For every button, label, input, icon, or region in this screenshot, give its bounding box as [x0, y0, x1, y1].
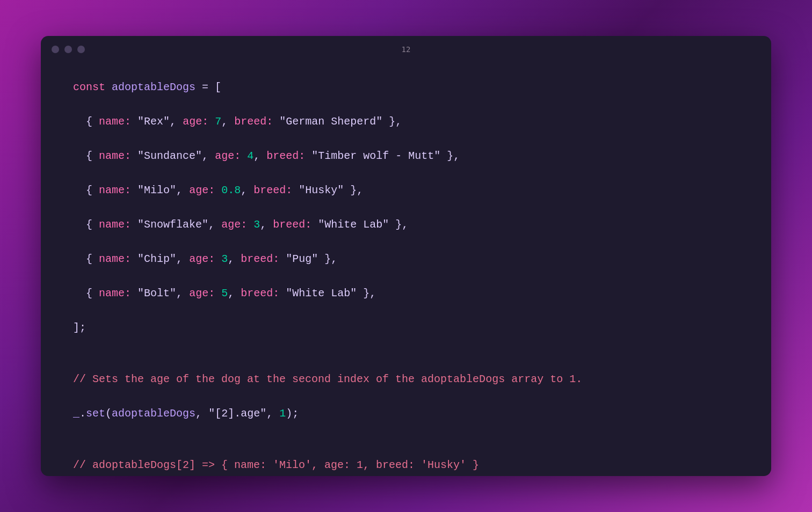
code-line: // adoptableDogs[2] => { name: 'Milo', a… — [73, 457, 739, 474]
code-editor[interactable]: const adoptableDogs = [ { name: "Rex", a… — [41, 63, 771, 476]
code-line: { name: "Sundance", age: 4, breed: "Timb… — [73, 148, 739, 165]
code-line: { name: "Chip", age: 3, breed: "Pug" }, — [73, 251, 739, 268]
code-line: const adoptableDogs = [ — [73, 79, 739, 96]
traffic-lights — [52, 46, 85, 53]
code-line: { name: "Bolt", age: 5, breed: "White La… — [73, 285, 739, 302]
code-window: 12 const adoptableDogs = [ { name: "Rex"… — [41, 36, 771, 476]
minimize-button[interactable] — [64, 46, 72, 53]
code-line: { name: "Milo", age: 0.8, breed: "Husky"… — [73, 182, 739, 199]
code-line: // Sets the age of the dog at the second… — [73, 371, 739, 388]
window-title: 12 — [402, 45, 411, 54]
code-line: { name: "Snowflake", age: 3, breed: "Whi… — [73, 216, 739, 233]
code-line: ]; — [73, 319, 739, 337]
close-button[interactable] — [52, 46, 59, 53]
maximize-button[interactable] — [77, 46, 85, 53]
code-line: _.set(adoptableDogs, "[2].age", 1); — [73, 405, 739, 422]
code-line: { name: "Rex", age: 7, breed: "German Sh… — [73, 113, 739, 130]
titlebar: 12 — [41, 36, 771, 63]
